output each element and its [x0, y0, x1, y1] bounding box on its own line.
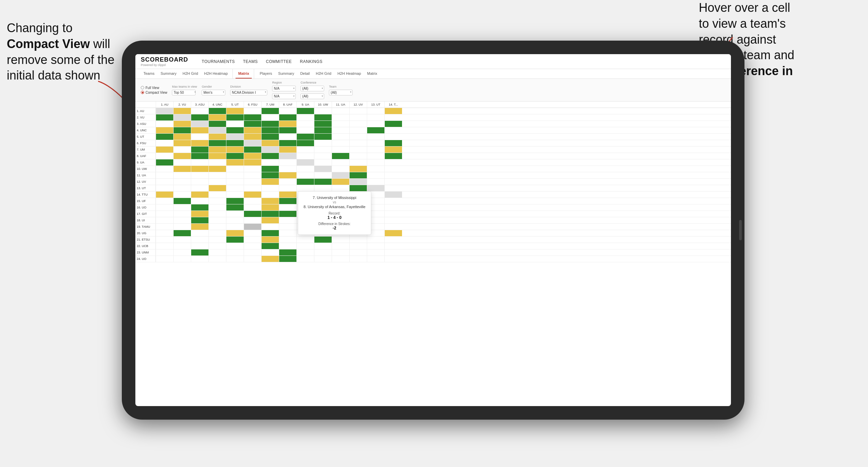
cell-4-8[interactable] [279, 127, 296, 133]
cell-20-8[interactable] [279, 230, 296, 236]
cell-17-8[interactable] [279, 211, 296, 217]
cell-1-10[interactable] [314, 108, 332, 114]
cell-9-4[interactable] [208, 159, 226, 165]
region-select2[interactable]: N/A [272, 93, 296, 99]
cell-2-3[interactable] [191, 114, 208, 120]
cell-11-1[interactable] [156, 172, 173, 178]
cell-16-2[interactable] [173, 204, 191, 210]
cell-8-7[interactable] [261, 153, 279, 159]
cell-2-10[interactable] [314, 114, 332, 120]
cell-9-2[interactable] [173, 159, 191, 165]
gender-select[interactable]: Men's Women's [202, 90, 225, 95]
cell-11-9[interactable] [296, 172, 314, 178]
cell-2-2[interactable] [173, 114, 191, 120]
cell-8-14[interactable] [384, 153, 402, 159]
cell-11-14[interactable] [384, 172, 402, 178]
cell-9-5[interactable] [226, 159, 244, 165]
cell-9-1[interactable] [156, 159, 173, 165]
cell-18-4[interactable] [208, 217, 226, 223]
cell-14-2[interactable] [173, 192, 191, 198]
cell-10-4[interactable] [208, 166, 226, 172]
cell-6-11[interactable] [332, 140, 349, 146]
cell-17-1[interactable] [156, 211, 173, 217]
cell-22-1[interactable] [156, 243, 173, 249]
cell-11-13[interactable] [367, 172, 384, 178]
cell-3-6[interactable] [244, 121, 261, 127]
cell-8-12[interactable] [349, 153, 367, 159]
cell-10-1[interactable] [156, 166, 173, 172]
cell-3-12[interactable] [349, 121, 367, 127]
cell-13-13[interactable] [367, 185, 384, 191]
cell-24-14[interactable] [384, 256, 402, 262]
cell-2-11[interactable] [332, 114, 349, 120]
cell-4-12[interactable] [349, 127, 367, 133]
cell-10-6[interactable] [244, 166, 261, 172]
cell-12-5[interactable] [226, 179, 244, 185]
cell-23-8[interactable] [279, 249, 296, 255]
cell-22-3[interactable] [191, 243, 208, 249]
cell-18-7[interactable] [261, 217, 279, 223]
cell-1-8[interactable] [279, 108, 296, 114]
cell-23-12[interactable] [349, 249, 367, 255]
cell-23-2[interactable] [173, 249, 191, 255]
cell-23-11[interactable] [332, 249, 349, 255]
cell-21-5[interactable] [226, 237, 244, 243]
conference-select2[interactable]: (All) [301, 93, 324, 99]
cell-14-6[interactable] [244, 192, 261, 198]
cell-11-8[interactable] [279, 172, 296, 178]
cell-9-12[interactable] [349, 159, 367, 165]
cell-3-1[interactable] [156, 121, 173, 127]
cell-8-4[interactable] [208, 153, 226, 159]
cell-24-5[interactable] [226, 256, 244, 262]
cell-20-14[interactable] [384, 230, 402, 236]
cell-1-4[interactable] [208, 108, 226, 114]
tab-summary1[interactable]: Summary [158, 69, 179, 79]
cell-19-3[interactable] [191, 224, 208, 230]
cell-22-7[interactable] [261, 243, 279, 249]
cell-23-4[interactable] [208, 249, 226, 255]
cell-24-2[interactable] [173, 256, 191, 262]
cell-20-2[interactable] [173, 230, 191, 236]
cell-21-9[interactable] [296, 237, 314, 243]
cell-12-8[interactable] [279, 179, 296, 185]
cell-20-7[interactable] [261, 230, 279, 236]
cell-4-2[interactable] [173, 127, 191, 133]
cell-16-7[interactable] [261, 204, 279, 210]
cell-23-5[interactable] [226, 249, 244, 255]
cell-7-7[interactable] [261, 147, 279, 153]
cell-24-6[interactable] [244, 256, 261, 262]
cell-4-7[interactable] [261, 127, 279, 133]
cell-15-6[interactable] [244, 198, 261, 204]
cell-7-10[interactable] [314, 147, 332, 153]
cell-4-10[interactable] [314, 127, 332, 133]
cell-11-7[interactable] [261, 172, 279, 178]
cell-13-10[interactable] [314, 185, 332, 191]
cell-15-1[interactable] [156, 198, 173, 204]
cell-11-4[interactable] [208, 172, 226, 178]
cell-19-5[interactable] [226, 224, 244, 230]
full-view-radio[interactable]: Full View [141, 86, 167, 90]
cell-23-13[interactable] [367, 249, 384, 255]
cell-21-11[interactable] [332, 237, 349, 243]
cell-22-10[interactable] [314, 243, 332, 249]
cell-11-5[interactable] [226, 172, 244, 178]
cell-24-3[interactable] [191, 256, 208, 262]
cell-1-12[interactable] [349, 108, 367, 114]
cell-9-13[interactable] [367, 159, 384, 165]
cell-13-11[interactable] [332, 185, 349, 191]
cell-8-1[interactable] [156, 153, 173, 159]
cell-13-5[interactable] [226, 185, 244, 191]
cell-7-2[interactable] [173, 147, 191, 153]
cell-21-1[interactable] [156, 237, 173, 243]
cell-20-1[interactable] [156, 230, 173, 236]
cell-12-7[interactable] [261, 179, 279, 185]
cell-21-8[interactable] [279, 237, 296, 243]
cell-13-6[interactable] [244, 185, 261, 191]
cell-15-8[interactable] [279, 198, 296, 204]
cell-22-5[interactable] [226, 243, 244, 249]
cell-4-6[interactable] [244, 127, 261, 133]
cell-23-7[interactable] [261, 249, 279, 255]
max-teams-select[interactable]: Top 50 Top 25 All [172, 90, 196, 95]
tab-teams[interactable]: Teams [141, 69, 157, 79]
cell-12-2[interactable] [173, 179, 191, 185]
